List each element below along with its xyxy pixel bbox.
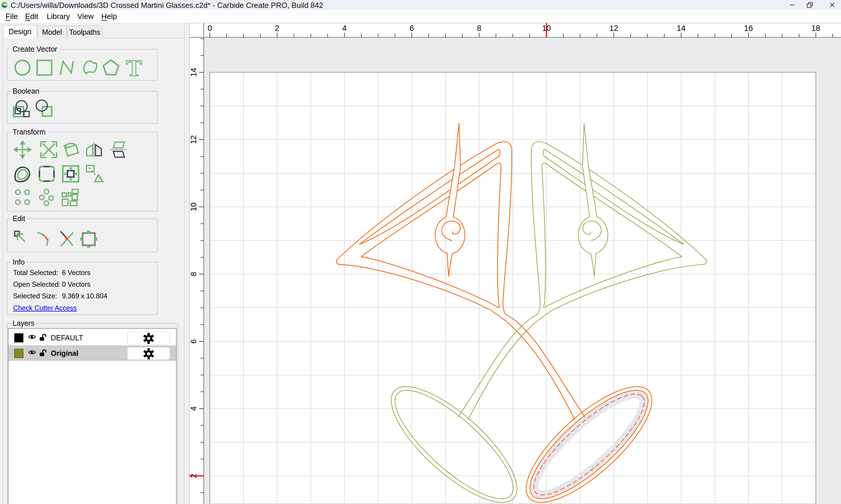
svg-text:4: 4 <box>342 24 347 33</box>
svg-text:14: 14 <box>189 68 198 77</box>
svg-text:4: 4 <box>189 406 198 411</box>
svg-text:6: 6 <box>410 24 414 33</box>
svg-text:18: 18 <box>811 24 820 33</box>
svg-text:12: 12 <box>610 24 618 33</box>
svg-text:10: 10 <box>189 202 198 211</box>
svg-text:2: 2 <box>275 24 279 33</box>
svg-text:14: 14 <box>677 24 686 33</box>
svg-text:0: 0 <box>208 24 212 33</box>
svg-text:8: 8 <box>477 24 481 33</box>
svg-text:8: 8 <box>189 272 198 276</box>
svg-text:12: 12 <box>189 135 198 144</box>
svg-text:16: 16 <box>744 24 753 33</box>
svg-text:6: 6 <box>189 339 198 344</box>
